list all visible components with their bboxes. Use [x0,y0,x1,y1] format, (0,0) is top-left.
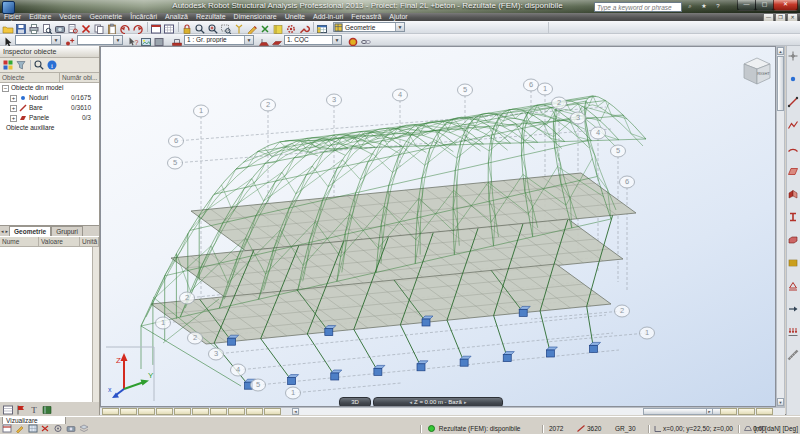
layout-selector[interactable]: Geometrie ▼ [333,22,405,32]
horizontal-scrollbar[interactable] [300,408,706,415]
app-icon[interactable] [2,1,15,14]
filter-grid-icon[interactable] [2,59,15,71]
zoom-window-icon[interactable] [220,21,233,33]
minimize-button[interactable]: — [737,0,756,11]
delete-icon[interactable] [80,21,93,33]
chevron-down-icon[interactable]: ▼ [244,36,253,44]
selection-icon[interactable] [259,21,272,33]
screen-capture-icon[interactable] [54,21,67,33]
tree-item-aux-objects[interactable]: Obiecte auxiliare [0,123,99,133]
level-next-icon[interactable]: ▸ [462,399,469,405]
book-icon[interactable] [41,404,54,416]
expand-icon[interactable]: + [10,95,17,102]
info-icon[interactable]: i [46,59,59,71]
paste-icon[interactable] [106,21,119,33]
infocenter-search-input[interactable] [594,2,682,12]
layers-status-icon[interactable] [79,424,89,433]
help-icon[interactable]: ? [712,2,724,11]
menu-analiza[interactable]: Analiză [161,13,192,21]
link-icon[interactable] [360,34,373,46]
vertical-scrollbar[interactable]: ▲ ▼ [776,46,785,407]
undo-icon[interactable] [119,21,132,33]
scrollbar-thumb[interactable] [777,56,784,111]
material-icon[interactable] [787,255,800,267]
snap-toggle-icon[interactable] [40,424,50,433]
menu-fereastra[interactable]: Fereastră [347,13,385,21]
view-config-button[interactable] [720,408,737,415]
menu-geometrie[interactable]: Geometrie [86,13,127,21]
mode-selector[interactable]: 1. CQC ▼ [284,35,342,45]
copy-icon[interactable] [93,21,106,33]
axes-icon[interactable] [233,21,246,33]
node-selection-combo[interactable]: ▼ [15,35,61,45]
pointer-help-icon[interactable]: ? [127,34,140,46]
view-tab[interactable] [102,408,119,415]
menu-fisier[interactable]: Fișier [0,13,25,21]
arc-icon[interactable] [787,140,800,152]
view-tab[interactable] [174,408,191,415]
save-icon[interactable] [15,21,28,33]
view-manager-icon[interactable] [2,424,12,433]
filter-icon[interactable] [15,59,28,71]
tree-item-panels[interactable]: + Panele 0/3 [0,113,99,123]
column-objects[interactable]: Obiecte [0,73,59,82]
load-case-icon[interactable] [171,34,184,46]
tree-item-bars[interactable]: + Bare 0/3610 [0,103,99,113]
camera-status-icon[interactable] [66,424,76,433]
wall-object-icon[interactable] [787,186,800,198]
print-preview-icon[interactable] [41,21,54,33]
star-icon[interactable]: ★ [698,2,710,11]
collapse-icon[interactable]: − [2,85,9,92]
select-cursor-icon[interactable] [2,34,15,46]
panel-icon[interactable] [787,163,800,175]
level-selector-pill[interactable]: ◂Z = 0.00 m - Bază▸ [373,397,503,407]
find-object-icon[interactable] [67,21,80,33]
open-icon[interactable] [2,21,15,33]
menu-vedere[interactable]: Vedere [55,13,85,21]
close-button[interactable]: ✕ [773,0,798,11]
section-icon[interactable] [787,209,800,221]
maximize-button[interactable]: ▢ [755,0,774,11]
viewcube[interactable]: RIGHT [739,55,775,87]
scroll-down-icon[interactable]: ▼ [777,398,784,406]
lock-icon[interactable] [181,21,194,33]
bar-selection-combo[interactable]: ▼ [77,35,123,45]
edit-icon[interactable] [246,21,259,33]
load-icon[interactable] [787,324,800,336]
view-tab[interactable] [120,408,137,415]
view-tab[interactable] [138,408,155,415]
view-config-button[interactable] [756,408,773,415]
tables-icon[interactable] [316,21,329,33]
view-tab[interactable] [246,408,263,415]
view-config-button[interactable] [738,408,755,415]
units-display[interactable]: [m] [daN] [Deg] [754,424,798,434]
results-status[interactable]: Rezultate (FEM): disponibile [428,424,520,434]
menu-dimensionare[interactable]: Dimensionare [230,13,281,21]
view-image-icon[interactable] [140,34,153,46]
tab-geometrie[interactable]: Geometrie [9,226,51,236]
view-mode-pill[interactable]: 3D [339,397,371,407]
list-view-icon[interactable] [2,404,15,416]
wall-icon[interactable] [258,34,271,46]
tab-grupuri[interactable]: Grupuri [51,226,83,236]
job-preferences-icon[interactable] [298,21,311,33]
zoom-icon[interactable] [194,21,207,33]
view-tab[interactable] [264,408,281,415]
scroll-left-icon[interactable]: ◄ [292,408,299,415]
redo-icon[interactable] [132,21,145,33]
expand-icon[interactable]: + [10,105,17,112]
tree-root-model-objects[interactable]: − Obiecte din model [0,83,99,93]
measure-icon[interactable] [787,347,800,359]
search-icon[interactable]: ⌕ [684,2,696,11]
view-tab[interactable] [156,408,173,415]
table-scrollbar[interactable] [92,247,99,402]
current-group[interactable]: GR_30 [615,424,636,434]
zoom-in-icon[interactable] [207,21,220,33]
print-icon[interactable] [28,21,41,33]
polyline-icon[interactable] [787,117,800,129]
view-tab[interactable] [228,408,245,415]
scroll-up-icon[interactable]: ▲ [777,47,784,55]
notes-icon[interactable] [272,21,285,33]
menu-editare[interactable]: Editare [25,13,55,21]
grid-toggle-icon[interactable] [28,424,38,433]
